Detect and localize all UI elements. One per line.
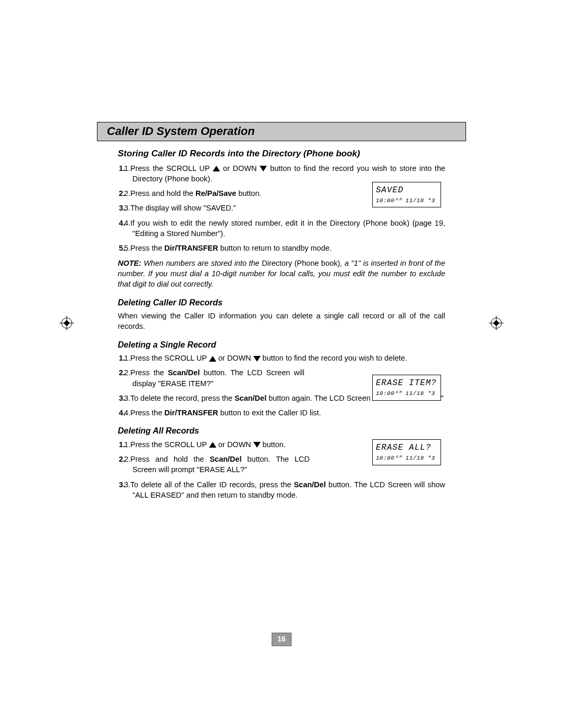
- up-arrow-icon: [209, 356, 216, 362]
- section-title-bar: Caller ID System Operation: [97, 122, 466, 141]
- step: 3.To delete all of the Caller ID records…: [132, 479, 445, 501]
- storing-steps: 1.Press the SCROLL UP or DOWN button to …: [132, 163, 445, 254]
- step: 1.Press the SCROLL UP or DOWN button to …: [132, 163, 445, 184]
- heading-deleting: Deleting Caller ID Records: [118, 297, 445, 309]
- step: 5.Press the Dir/TRANSFER button to retur…: [132, 243, 445, 253]
- down-arrow-icon: [253, 442, 261, 448]
- lcd-erase-all: ERASE ALL?10:00ᴬᴹ 11/18 *3: [372, 439, 441, 465]
- heading-storing: Storing Caller ID Records into the Direc…: [118, 147, 445, 160]
- up-arrow-icon: [213, 166, 220, 171]
- down-arrow-icon: [253, 356, 261, 362]
- crop-mark-left: [59, 316, 74, 330]
- lcd-erase-item: ERASE ITEM?10:00ᴬᴹ 11/18 *3: [372, 375, 441, 401]
- step: 4.Press the Dir/TRANSFER button to exit …: [132, 408, 445, 418]
- down-arrow-icon: [260, 166, 267, 171]
- section-title: Caller ID System Operation: [107, 125, 255, 138]
- svg-marker-3: [64, 320, 70, 326]
- page-number: 16: [272, 633, 291, 646]
- step: 3.The display will show "SAVED.": [132, 203, 299, 213]
- note: NOTE: When numbers are stored into the D…: [118, 258, 445, 290]
- svg-marker-7: [493, 320, 499, 326]
- step: 2.Press the Scan/Del button. The LCD Scr…: [132, 367, 304, 389]
- crop-mark-right: [489, 316, 504, 330]
- step: 2.Press and hold the Scan/Del button. Th…: [132, 454, 310, 475]
- step: 1.Press the SCROLL UP or DOWN button.: [132, 439, 310, 450]
- heading-all: Deleting All Records: [118, 425, 445, 437]
- step: 4.If you wish to edit the newly stored n…: [132, 218, 445, 239]
- manual-page: Caller ID System Operation Storing Calle…: [0, 0, 563, 728]
- step: 2.Press and hold the Re/Pa/Save button.: [132, 188, 299, 199]
- heading-single: Deleting a Single Record: [118, 339, 445, 351]
- step: 1.Press the SCROLL UP or DOWN button to …: [132, 353, 445, 363]
- up-arrow-icon: [209, 442, 216, 448]
- lcd-saved: SAVED10:00ᴬᴹ 11/18 *3: [372, 182, 441, 208]
- deleting-intro: When viewing the Caller ID information y…: [118, 311, 445, 332]
